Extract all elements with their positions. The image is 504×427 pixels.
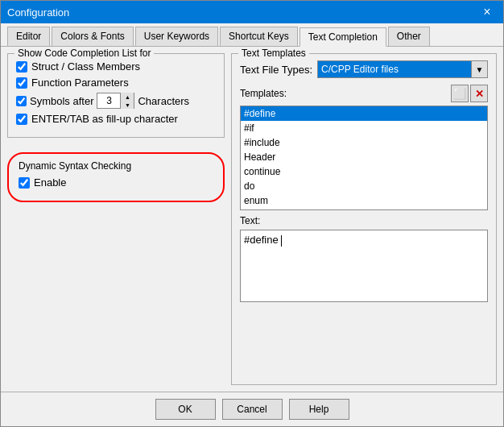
spin-down-button[interactable]: ▼	[121, 101, 134, 109]
left-panel: Show Code Completion List for Struct / C…	[7, 53, 225, 385]
spin-up-button[interactable]: ▲	[121, 93, 134, 101]
new-icon: ⬜	[453, 88, 466, 100]
close-button[interactable]: ×	[477, 2, 497, 22]
characters-label: Characters	[138, 95, 189, 107]
list-item[interactable]: #if	[241, 121, 487, 135]
list-item[interactable]: do	[241, 179, 487, 193]
text-content: #define	[244, 234, 281, 246]
list-item[interactable]: enum	[241, 193, 487, 208]
spin-buttons: ▲ ▼	[120, 93, 134, 109]
delete-template-button[interactable]: ✕	[470, 85, 488, 102]
symbols-input[interactable]	[97, 93, 120, 108]
dropdown-arrow-icon: ▼	[471, 61, 487, 77]
tab-bar: Editor Colors & Fonts User Keywords Shor…	[1, 23, 503, 47]
new-template-button[interactable]: ⬜	[451, 85, 469, 102]
templates-label: Templates:	[240, 88, 287, 99]
enable-checkbox[interactable]	[19, 177, 30, 189]
enter-tab-checkbox[interactable]	[16, 114, 27, 125]
symbols-spinbox: ▲ ▼	[97, 93, 134, 109]
list-item[interactable]: #define	[241, 106, 487, 121]
dialog-title: Configuration	[7, 6, 69, 19]
file-types-row: Text File Types: C/CPP Editor files ▼	[240, 60, 488, 78]
list-item[interactable]: Header	[241, 150, 487, 164]
help-button[interactable]: Help	[289, 399, 349, 420]
function-params-checkbox[interactable]	[16, 77, 27, 89]
list-item[interactable]: #include	[241, 135, 487, 150]
tab-shortcut-keys[interactable]: Shortcut Keys	[220, 27, 298, 46]
text-templates-group: Text Templates Text File Types: C/CPP Ed…	[231, 53, 497, 385]
file-types-label: Text File Types:	[240, 64, 312, 76]
right-panel: Text Templates Text File Types: C/CPP Ed…	[231, 53, 497, 385]
tab-editor[interactable]: Editor	[7, 27, 50, 46]
footer: OK Cancel Help	[1, 392, 503, 426]
function-params-row: Function Parameters	[16, 77, 216, 89]
function-params-label: Function Parameters	[31, 77, 129, 89]
file-types-value: C/CPP Editor files	[318, 61, 471, 77]
templates-toolbar: ⬜ ✕	[451, 85, 488, 102]
tab-user-keywords[interactable]: User Keywords	[135, 27, 218, 46]
show-code-completion-title: Show Code Completion List for	[14, 48, 154, 59]
enter-tab-row: ENTER/TAB as fill-up character	[16, 113, 216, 125]
dynamic-syntax-title: Dynamic Syntax Checking	[19, 160, 213, 172]
title-bar: Configuration ×	[1, 1, 503, 23]
enable-row: Enable	[19, 176, 213, 189]
templates-list[interactable]: #define #if #include Header continue do …	[240, 106, 488, 210]
configuration-dialog: Configuration × Editor Colors & Fonts Us…	[0, 0, 504, 427]
tab-colors-fonts[interactable]: Colors & Fonts	[52, 27, 133, 46]
delete-icon: ✕	[475, 88, 484, 100]
symbols-row: Symbols after ▲ ▼ Characters	[16, 93, 216, 109]
struct-class-label: Struct / Class Members	[31, 60, 140, 73]
text-templates-title: Text Templates	[238, 48, 309, 59]
list-item[interactable]: continue	[241, 164, 487, 179]
tab-other[interactable]: Other	[388, 27, 430, 46]
enter-tab-label: ENTER/TAB as fill-up character	[31, 113, 178, 125]
text-box[interactable]: #define	[240, 230, 488, 302]
struct-class-checkbox[interactable]	[16, 61, 27, 73]
enable-label: Enable	[34, 176, 66, 189]
templates-header: Templates: ⬜ ✕	[240, 85, 488, 102]
text-cursor	[281, 235, 282, 247]
show-code-completion-group: Show Code Completion List for Struct / C…	[7, 53, 225, 138]
symbols-checkbox[interactable]	[16, 96, 27, 106]
file-types-dropdown[interactable]: C/CPP Editor files ▼	[317, 60, 488, 78]
ok-button[interactable]: OK	[155, 399, 216, 420]
dynamic-syntax-group: Dynamic Syntax Checking Enable	[7, 152, 225, 202]
text-label: Text:	[240, 215, 488, 226]
main-content: Show Code Completion List for Struct / C…	[1, 47, 503, 392]
tab-text-completion[interactable]: Text Completion	[300, 27, 386, 47]
struct-class-row: Struct / Class Members	[16, 60, 216, 73]
cancel-button[interactable]: Cancel	[222, 399, 283, 420]
text-section: Text: #define	[240, 215, 488, 302]
symbols-label: Symbols after	[30, 95, 93, 107]
